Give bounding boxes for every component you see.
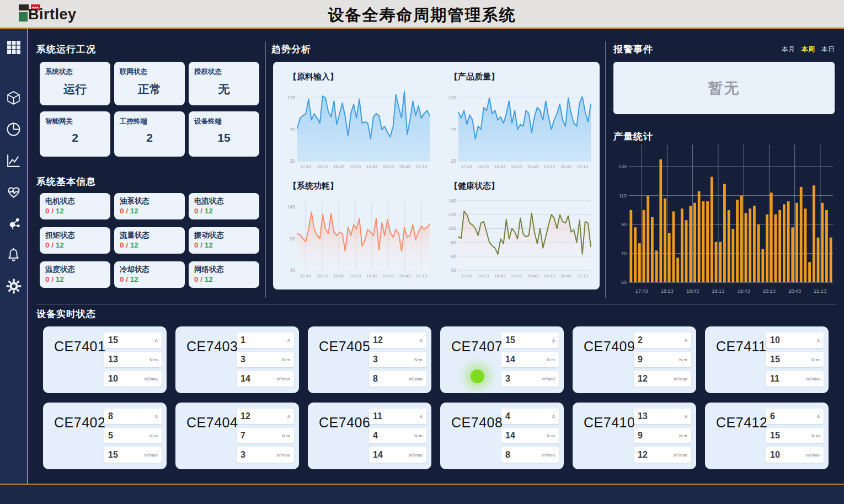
device-card[interactable]: CE7406 11 A 4 N·m 14 m³/min xyxy=(308,403,431,469)
device-stats: 15 A 13 N·m 10 m³/min xyxy=(104,333,162,387)
tab-this-month[interactable]: 本月 xyxy=(782,45,795,54)
device-card[interactable]: CE7407 15 A 14 N·m 3 m³/min xyxy=(440,326,564,393)
device-stats: 10 A 15 N·m 11 m³/min xyxy=(766,333,824,387)
current-unit: A xyxy=(287,338,290,343)
section-title-alarm: 报警事件 xyxy=(613,43,653,56)
info-card-count: 0 / 12 xyxy=(194,207,254,215)
svg-text:19:43: 19:43 xyxy=(738,288,750,294)
cube-3d-icon[interactable] xyxy=(6,89,22,106)
torque-stat: 14 N·m xyxy=(501,428,559,443)
status-indicator-dot xyxy=(471,369,484,383)
svg-text:19:13: 19:13 xyxy=(511,274,522,278)
torque-stat: 3 N·m xyxy=(369,352,426,367)
torque-stat: 9 N·m xyxy=(634,428,691,443)
current-value: 10 xyxy=(770,335,780,345)
total-count: 12 xyxy=(130,207,138,215)
torque-unit: N·m xyxy=(414,357,423,362)
info-card-label: 电机状态 xyxy=(45,196,105,206)
device-card[interactable]: CE7402 8 A 5 N·m 15 m³/min xyxy=(43,403,167,469)
torque-unit: N·m xyxy=(282,433,290,438)
current-value: 4 xyxy=(505,411,510,421)
info-card: 冷却状态 0 / 12 xyxy=(114,261,185,288)
svg-text:20:43: 20:43 xyxy=(399,274,411,278)
info-card-label: 油泵状态 xyxy=(120,196,179,206)
status-card: 设备终端 15 xyxy=(189,111,259,157)
device-stats: 15 A 14 N·m 3 m³/min xyxy=(501,333,559,387)
svg-text:40: 40 xyxy=(451,267,457,273)
svg-text:40: 40 xyxy=(290,267,296,273)
apps-grid-icon[interactable] xyxy=(6,39,22,56)
svg-text:50: 50 xyxy=(621,280,627,285)
current-stat: 6 A xyxy=(766,409,824,424)
torque-value: 3 xyxy=(373,355,378,364)
torque-stat: 5 N·m xyxy=(104,428,162,443)
svg-text:18:13: 18:13 xyxy=(661,288,674,294)
torque-value: 9 xyxy=(638,355,643,364)
alarm-count: 0 / xyxy=(45,207,54,215)
current-stat: 8 A xyxy=(104,409,162,424)
torque-stat: 15 N·m xyxy=(766,352,824,367)
tab-today[interactable]: 本日 xyxy=(821,45,835,54)
current-unit: A xyxy=(155,338,158,343)
svg-text:21:13: 21:13 xyxy=(577,274,589,278)
device-card[interactable]: CE7401 15 A 13 N·m 10 m³/min xyxy=(43,326,167,393)
svg-text:18:13: 18:13 xyxy=(317,274,328,278)
flow-unit: m³/min xyxy=(674,377,687,382)
device-name: CE7407 xyxy=(451,339,503,355)
info-card-label: 振动状态 xyxy=(194,230,254,240)
flow-value: 3 xyxy=(241,450,245,460)
torque-stat: 14 N·m xyxy=(501,352,559,367)
torque-value: 4 xyxy=(373,431,378,441)
svg-text:70: 70 xyxy=(451,127,457,132)
svg-text:20:13: 20:13 xyxy=(763,288,776,294)
device-name: CE7410 xyxy=(584,415,635,431)
alarm-empty-card: 暂无 xyxy=(613,62,835,114)
svg-text:17:43: 17:43 xyxy=(635,288,648,294)
molecule-icon[interactable] xyxy=(6,215,22,232)
current-stat: 2 A xyxy=(634,333,691,348)
device-card[interactable]: CE7411 10 A 15 N·m 11 m³/min xyxy=(705,326,829,393)
gear-icon[interactable] xyxy=(6,278,22,294)
info-card: 油泵状态 0 / 12 xyxy=(114,193,185,219)
bell-icon[interactable] xyxy=(6,246,22,263)
health-heart-icon[interactable] xyxy=(6,184,22,200)
trend-chart-health: 【健康状态】 14012010080604017:4318:1318:4319:… xyxy=(441,175,596,283)
tab-this-week[interactable]: 本周 xyxy=(802,45,815,54)
flow-stat: 14 m³/min xyxy=(237,371,294,387)
flow-stat: 3 m³/min xyxy=(501,371,559,387)
flow-unit: m³/min xyxy=(542,453,555,458)
device-stats: 12 A 7 N·m 3 m³/min xyxy=(237,409,294,463)
flow-unit: m³/min xyxy=(806,377,820,382)
current-unit: A xyxy=(817,338,820,343)
torque-value: 15 xyxy=(770,431,780,441)
device-name: CE7404 xyxy=(186,415,238,431)
device-card[interactable]: CE7405 12 A 3 N·m 8 m³/min xyxy=(308,326,431,393)
svg-text:90: 90 xyxy=(290,236,296,242)
device-card[interactable]: CE7412 6 A 15 N·m 10 m³/min xyxy=(705,403,829,469)
svg-text:140: 140 xyxy=(448,198,456,203)
current-unit: A xyxy=(552,338,555,343)
current-unit: A xyxy=(685,414,687,419)
info-card-count: 0 / 12 xyxy=(120,241,179,249)
line-chart-icon[interactable] xyxy=(6,152,22,169)
torque-unit: N·m xyxy=(149,357,158,362)
status-card: 智能网关 2 xyxy=(40,111,110,157)
device-card[interactable]: CE7409 2 A 9 N·m 12 m³/min xyxy=(573,326,696,393)
svg-text:20:43: 20:43 xyxy=(560,274,572,278)
device-card[interactable]: CE7404 12 A 7 N·m 3 m³/min xyxy=(175,403,299,469)
device-stats: 6 A 15 N·m 10 m³/min xyxy=(766,409,824,463)
svg-text:140: 140 xyxy=(287,204,295,210)
pie-chart-icon[interactable] xyxy=(6,121,22,137)
current-value: 15 xyxy=(505,335,515,345)
torque-value: 14 xyxy=(505,431,515,441)
info-card-count: 0 / 12 xyxy=(45,207,105,215)
device-name: CE7411 xyxy=(716,339,767,355)
svg-text:17:43: 17:43 xyxy=(300,164,312,169)
device-card[interactable]: CE7408 4 A 14 N·m 8 m³/min xyxy=(440,403,564,469)
status-card: 授权状态 无 xyxy=(189,62,259,105)
device-card[interactable]: CE7410 13 A 9 N·m 12 m³/min xyxy=(573,403,696,469)
device-card[interactable]: CE7403 1 A 3 N·m 14 m³/min xyxy=(175,326,299,393)
device-stats: 1 A 3 N·m 14 m³/min xyxy=(237,333,294,387)
torque-stat: 7 N·m xyxy=(237,428,294,443)
current-value: 12 xyxy=(373,335,383,345)
